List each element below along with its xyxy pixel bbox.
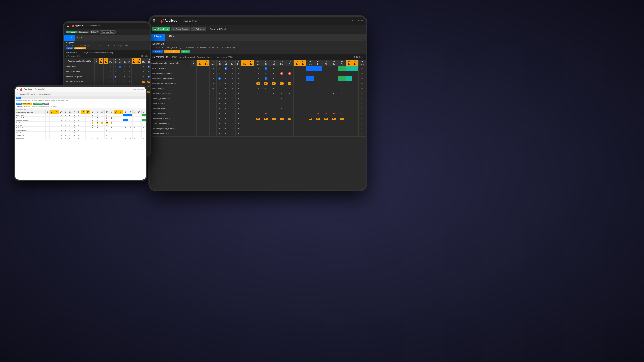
cell[interactable]: E [229, 76, 236, 81]
cell[interactable] [86, 127, 90, 129]
cell[interactable]: A [64, 117, 68, 119]
cell[interactable] [54, 137, 59, 139]
cell[interactable]: A [77, 119, 81, 122]
cell[interactable]: U [59, 124, 64, 127]
cell[interactable] [248, 66, 254, 71]
cell[interactable] [197, 121, 203, 126]
cell[interactable]: A [235, 111, 241, 116]
cell[interactable] [270, 101, 278, 106]
cell[interactable] [50, 137, 54, 139]
cell[interactable]: A [104, 114, 109, 117]
cell[interactable] [123, 114, 128, 117]
cell[interactable]: AU [270, 81, 278, 86]
cell[interactable] [128, 132, 132, 134]
cell[interactable]: E [254, 91, 262, 96]
cell[interactable]: A [113, 79, 118, 84]
cell[interactable] [254, 106, 262, 111]
cell[interactable] [50, 117, 54, 119]
cell[interactable] [346, 91, 352, 96]
cell[interactable] [300, 131, 306, 137]
cell[interactable] [262, 96, 270, 101]
cell[interactable] [123, 124, 128, 127]
cell[interactable] [346, 126, 352, 131]
cell[interactable]: A [64, 122, 68, 124]
cell[interactable]: A [77, 122, 81, 124]
cell[interactable] [352, 91, 359, 96]
cell[interactable] [203, 106, 210, 111]
cell[interactable] [141, 117, 146, 119]
cell[interactable] [99, 79, 104, 84]
cell[interactable] [254, 131, 262, 137]
cell[interactable]: A [59, 114, 64, 117]
cell[interactable]: A [262, 66, 270, 71]
cell[interactable]: U [322, 111, 330, 116]
cell[interactable] [46, 124, 50, 127]
cell[interactable] [128, 117, 132, 119]
download-excel-button-large[interactable]: Download Excel [208, 27, 228, 31]
cell[interactable]: A [100, 124, 105, 127]
cell[interactable]: A [217, 116, 223, 121]
cell[interactable]: A [68, 114, 72, 117]
cell[interactable]: AU [270, 116, 278, 121]
cell[interactable] [197, 91, 203, 96]
cell[interactable] [294, 116, 300, 121]
cell[interactable]: A [104, 127, 109, 129]
cell[interactable] [128, 129, 132, 132]
cell[interactable]: A [141, 74, 146, 79]
cell[interactable] [314, 76, 322, 81]
cell[interactable]: U [286, 111, 293, 116]
cell[interactable]: K [109, 117, 114, 119]
cell[interactable]: A [77, 127, 81, 129]
cell[interactable] [118, 132, 123, 134]
cell[interactable] [191, 71, 197, 76]
cell[interactable] [254, 101, 262, 106]
cell[interactable] [254, 121, 262, 126]
cell[interactable]: A [146, 64, 150, 69]
cell[interactable]: A [235, 116, 241, 121]
cell[interactable] [248, 81, 254, 86]
cell[interactable] [352, 111, 359, 116]
cell[interactable]: AU [146, 79, 150, 84]
cell[interactable]: F [359, 71, 366, 76]
cell[interactable] [346, 81, 352, 86]
cell[interactable] [203, 121, 210, 126]
cell[interactable] [203, 126, 210, 131]
cell[interactable]: A [210, 81, 217, 86]
cell[interactable]: U [137, 137, 141, 139]
cell[interactable] [352, 126, 359, 131]
cell[interactable]: A [104, 119, 109, 122]
cell[interactable] [338, 121, 346, 126]
cell[interactable] [330, 76, 338, 81]
med-tab-filter[interactable]: Filter [75, 35, 85, 41]
cell[interactable]: A [229, 86, 236, 91]
cell[interactable] [197, 101, 203, 106]
cell[interactable]: U [314, 111, 322, 116]
cell[interactable]: A [100, 127, 105, 129]
cell[interactable] [104, 132, 109, 134]
cell[interactable]: A [72, 127, 77, 129]
cell[interactable]: A [235, 106, 241, 111]
cell[interactable] [330, 101, 338, 106]
cell[interactable] [248, 96, 254, 101]
cell[interactable] [241, 71, 248, 76]
cell[interactable] [203, 81, 210, 86]
cell[interactable] [109, 114, 114, 117]
cell[interactable] [330, 131, 338, 137]
cell[interactable] [306, 126, 314, 131]
cell[interactable] [241, 131, 248, 137]
cell[interactable]: A [278, 66, 286, 71]
cell[interactable] [90, 129, 95, 132]
cell[interactable] [294, 81, 300, 86]
legend-btn-frei[interactable]: Frei / Feiertag [164, 50, 180, 53]
cell[interactable] [294, 66, 300, 71]
cell[interactable] [300, 106, 306, 111]
cell[interactable]: AU [262, 81, 270, 86]
cell[interactable] [241, 101, 248, 106]
cell[interactable]: U [338, 111, 346, 116]
cell[interactable]: A [235, 86, 241, 91]
cell[interactable] [300, 76, 306, 81]
cell[interactable] [306, 81, 314, 86]
cell[interactable] [103, 74, 108, 79]
cell[interactable]: A [270, 91, 278, 96]
cell[interactable]: A [118, 69, 122, 74]
